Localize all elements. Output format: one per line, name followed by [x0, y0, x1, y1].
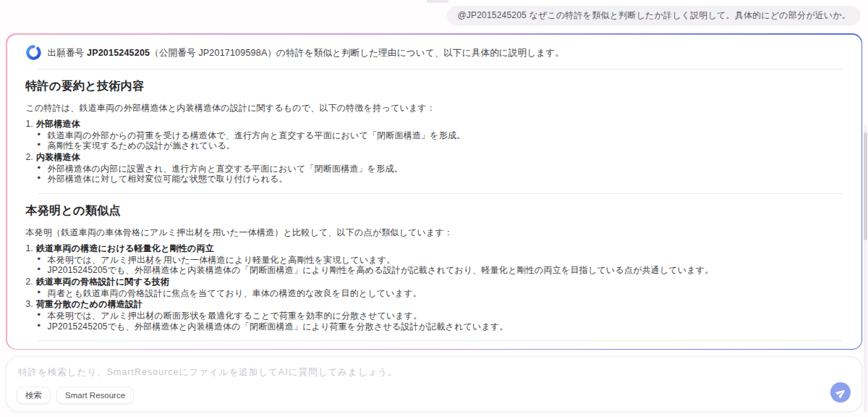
list-item: 2.内装構造体外部構造体の内部に設置され、進行方向と直交する平面において「閉断面… [26, 152, 843, 185]
ai-logo-icon [26, 45, 41, 60]
composer-toolbar: 検索 Smart Resource [17, 387, 851, 404]
assistant-response-card: 出願番号 JP2015245205（公開番号 JP2017109598A）の特許… [6, 33, 862, 350]
bullet-point: JP2015245205でも、外部構造体と内装構造体の「閉断面構造」により荷重を… [26, 321, 843, 332]
bullet-point: 本発明では、アルミ押出材を用いた一体構造により軽量化と高剛性を実現しています。 [26, 255, 843, 266]
paper-plane-icon [835, 387, 846, 398]
intro-prefix: 出願番号 [48, 48, 87, 58]
assistant-intro-row: 出願番号 JP2015245205（公開番号 JP2017109598A）の特許… [26, 35, 843, 60]
section-divider [38, 69, 843, 70]
list-item: 2.鉄道車両の骨格設計に関する技術両者とも鉄道車両の骨格設計に焦点を当てており、… [26, 277, 843, 299]
bullet-point: 本発明では、アルミ押出材の断面形状を最適化することで荷重を効率的に分散させていま… [26, 311, 843, 321]
section-divider [38, 193, 843, 194]
list-item: 1.鉄道車両の構造における軽量化と剛性の両立本発明では、アルミ押出材を用いた一体… [26, 243, 843, 276]
assistant-sections: 特許の要約と技術内容 この特許は、鉄道車両の外部構造体と内装構造体の設計に関する… [26, 69, 843, 349]
item-title: 1.外部構造体 [26, 119, 843, 130]
section-heading: 本発明との類似点 [26, 203, 843, 219]
user-message-bubble: @JP2015245205 なぜこの特許を類似と判断したか詳しく説明して。具体的… [447, 6, 861, 25]
bullet-point: JP2015245205でも、外部構造体と内装構造体の「閉断面構造」により剛性を… [26, 265, 843, 276]
smart-resource-button[interactable]: Smart Resource [56, 387, 134, 404]
assistant-intro-text: 出願番号 JP2015245205（公開番号 JP2017109598A）の特許… [48, 47, 564, 59]
item-title: 2.鉄道車両の骨格設計に関する技術 [26, 277, 843, 287]
numbered-list: 1.鉄道車両の構造における軽量化と剛性の両立本発明では、アルミ押出材を用いた一体… [26, 243, 843, 332]
bullet-point: 鉄道車両の外部からの荷重を受ける構造体で、進行方向と直交する平面において「閉断面… [26, 130, 843, 141]
item-title: 2.内装構造体 [26, 152, 843, 163]
clipped-top-element [427, 0, 448, 3]
intro-suffix: （公開番号 JP2017109598A）の特許を類似と判断した理由について、以下… [150, 48, 564, 58]
chat-input[interactable] [17, 364, 754, 380]
response-section: 本発明との類似点 本発明（鉄道車両の車体骨格にアルミ押出材を用いた一体構造）と比… [26, 193, 843, 332]
list-item: 1.外部構造体鉄道車両の外部からの荷重を受ける構造体で、進行方向と直交する平面に… [26, 119, 843, 151]
send-button[interactable] [830, 382, 851, 403]
section-lead: この特許は、鉄道車両の外部構造体と内装構造体の設計に関するもので、以下の特徴を持… [26, 103, 843, 114]
page-scrollbar-thumb[interactable] [864, 132, 867, 240]
section-heading: 特許の要約と技術内容 [26, 79, 843, 94]
numbered-list: 1.外部構造体鉄道車両の外部からの荷重を受ける構造体で、進行方向と直交する平面に… [26, 119, 843, 185]
item-title: 1.鉄道車両の構造における軽量化と剛性の両立 [26, 243, 843, 254]
bullet-point: 外部構造体に対して相対変位可能な状態で取り付けられる。 [26, 174, 843, 185]
bullet-point: 高剛性を実現するための設計が施されている。 [26, 140, 843, 151]
assistant-response-content: 出願番号 JP2015245205（公開番号 JP2017109598A）の特許… [7, 35, 861, 349]
response-section: 具体的に近い部分 [26, 340, 843, 349]
bullet-point: 両者とも鉄道車両の骨格設計に焦点を当てており、車体の構造的な改良を目的としていま… [26, 288, 843, 299]
app-window: @JP2015245205 なぜこの特許を類似と判断したか詳しく説明して。具体的… [0, 0, 868, 417]
list-item: 3.荷重分散のための構造設計本発明では、アルミ押出材の断面形状を最適化することで… [26, 299, 843, 332]
response-section: 特許の要約と技術内容 この特許は、鉄道車両の外部構造体と内装構造体の設計に関する… [26, 69, 843, 185]
item-title: 3.荷重分散のための構造設計 [26, 299, 843, 310]
patent-number: JP2015245205 [87, 48, 150, 58]
section-divider [38, 340, 843, 341]
section-lead: 本発明（鉄道車両の車体骨格にアルミ押出材を用いた一体構造）と比較して、以下の点が… [26, 227, 843, 238]
user-message-row: @JP2015245205 なぜこの特許を類似と判断したか詳しく説明して。具体的… [447, 6, 861, 25]
message-composer: 検索 Smart Resource [6, 356, 862, 412]
search-button[interactable]: 検索 [17, 387, 51, 404]
bullet-point: 外部構造体の内部に設置され、進行方向と直交する平面において「閉断面構造」を形成。 [26, 164, 843, 174]
